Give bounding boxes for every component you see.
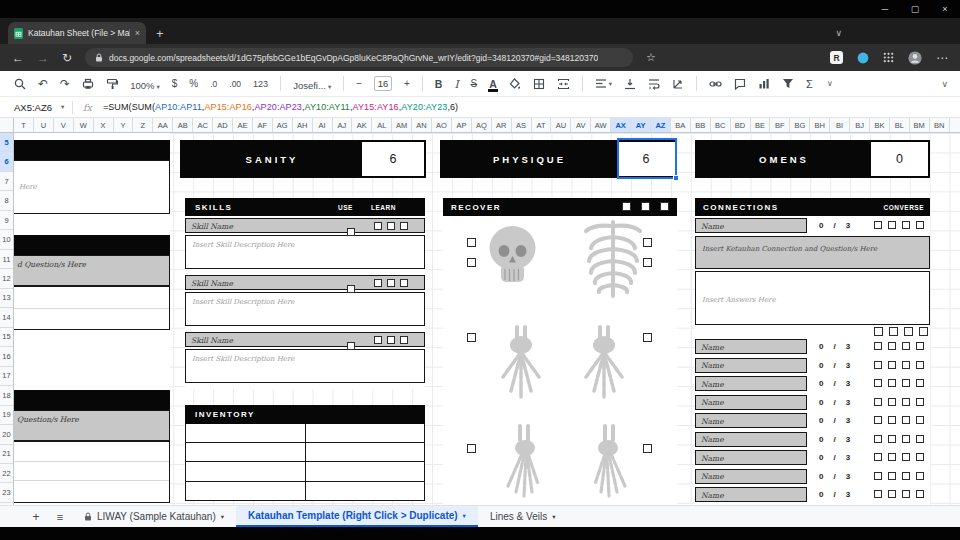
checkbox[interactable]: [641, 202, 650, 211]
fill-color-icon[interactable]: [509, 78, 521, 90]
checkbox[interactable]: [660, 202, 669, 211]
column-header-BK[interactable]: BK: [870, 118, 890, 132]
inventory-cell[interactable]: [306, 424, 425, 442]
connection-name-cell[interactable]: Name: [695, 469, 807, 484]
column-header-AZ[interactable]: AZ: [651, 118, 671, 132]
checkbox[interactable]: [874, 327, 883, 336]
zoom-select[interactable]: 100%: [130, 80, 154, 91]
column-header-BL[interactable]: BL: [890, 118, 910, 132]
checkbox[interactable]: [374, 336, 382, 344]
checkbox[interactable]: [916, 453, 924, 461]
favorites-star-icon[interactable]: ☆: [646, 52, 656, 63]
horizontal-align-icon[interactable]: [595, 78, 607, 89]
skill-name-row[interactable]: Skill Name: [185, 218, 425, 233]
redo-icon[interactable]: ↷: [60, 77, 70, 91]
checkbox[interactable]: [874, 453, 882, 461]
checkbox[interactable]: [888, 361, 896, 369]
column-header-BE[interactable]: BE: [751, 118, 771, 132]
column-header-V[interactable]: V: [54, 118, 74, 132]
column-header-AN[interactable]: AN: [412, 118, 432, 132]
checkbox[interactable]: [874, 416, 882, 424]
row-header-11[interactable]: 11: [0, 250, 13, 269]
inventory-cell[interactable]: [186, 482, 306, 501]
checkbox[interactable]: [400, 222, 408, 230]
checkbox[interactable]: [916, 472, 924, 480]
checkbox[interactable]: [400, 336, 408, 344]
checkbox[interactable]: [874, 472, 882, 480]
checkbox[interactable]: [400, 279, 408, 287]
checkbox[interactable]: [888, 435, 896, 443]
column-header-AT[interactable]: AT: [532, 118, 552, 132]
checkbox[interactable]: [902, 342, 910, 350]
checkbox[interactable]: [902, 490, 910, 498]
checkbox[interactable]: [902, 472, 910, 480]
chevron-down-icon[interactable]: ▾: [221, 513, 224, 521]
column-header-AU[interactable]: AU: [551, 118, 571, 132]
browser-menu-icon[interactable]: ⋯: [936, 52, 948, 64]
spreadsheet-grid[interactable]: Here d Question/s Here Question/s Here S…: [14, 133, 960, 505]
chevron-down-icon[interactable]: ▾: [463, 512, 466, 520]
physique-value[interactable]: 6: [617, 142, 675, 176]
connection-prompt-box[interactable]: Insert Ketauhan Connection and Question/…: [695, 236, 930, 269]
text-wrap-icon[interactable]: [648, 78, 660, 90]
all-sheets-icon[interactable]: ≡: [48, 511, 72, 523]
checkbox[interactable]: [387, 222, 395, 230]
column-header-AY[interactable]: AY: [631, 118, 651, 132]
checkbox[interactable]: [347, 342, 355, 350]
sheet-tab-1[interactable]: LIWAY (Sample Katauhan)▾: [72, 506, 236, 527]
checkbox[interactable]: [916, 416, 924, 424]
sheet-tab-2[interactable]: Katauhan Template (Right Click > Duplica…: [236, 506, 478, 527]
merge-cells-icon[interactable]: [557, 78, 570, 90]
insert-comment-icon[interactable]: [734, 78, 746, 90]
font-size-input[interactable]: 16: [374, 76, 392, 91]
row-header-17[interactable]: 17: [0, 367, 13, 386]
column-header-AP[interactable]: AP: [452, 118, 472, 132]
vertical-align-icon[interactable]: [624, 78, 636, 90]
column-header-BB[interactable]: BB: [691, 118, 711, 132]
checkbox[interactable]: [467, 238, 476, 247]
checkbox[interactable]: [874, 379, 882, 387]
checkbox[interactable]: [902, 435, 910, 443]
sheet-tab-3[interactable]: Lines & Veils▾: [478, 506, 568, 527]
column-header-BF[interactable]: BF: [770, 118, 790, 132]
skill-description-box[interactable]: Insert Skill Description Here: [185, 235, 425, 269]
column-header-AM[interactable]: AM: [392, 118, 412, 132]
column-header-BN[interactable]: BN: [930, 118, 950, 132]
column-header-BJ[interactable]: BJ: [850, 118, 870, 132]
column-header-AV[interactable]: AV: [571, 118, 591, 132]
decrease-decimal-button[interactable]: .0: [210, 79, 217, 89]
checkbox[interactable]: [902, 398, 910, 406]
insert-link-icon[interactable]: [709, 78, 722, 90]
maximize-icon[interactable]: ▢: [900, 0, 930, 18]
row-header-10[interactable]: 10: [0, 230, 13, 249]
skill-description-box[interactable]: Insert Skill Description Here: [185, 349, 425, 383]
refresh-icon[interactable]: ↻: [62, 52, 72, 64]
checkbox[interactable]: [902, 379, 910, 387]
row-header-16[interactable]: 16: [0, 347, 13, 366]
profile-avatar[interactable]: [908, 51, 922, 65]
sanity-value[interactable]: 6: [362, 142, 424, 176]
number-format-button[interactable]: 123: [253, 79, 268, 89]
checkbox[interactable]: [902, 453, 910, 461]
column-header-AC[interactable]: AC: [193, 118, 213, 132]
column-header-AW[interactable]: AW: [591, 118, 611, 132]
add-sheet-button[interactable]: +: [24, 510, 48, 524]
filter-icon[interactable]: [782, 78, 794, 89]
new-tab-button[interactable]: +: [156, 26, 164, 41]
column-header-BH[interactable]: BH: [810, 118, 830, 132]
inventory-cell[interactable]: [306, 462, 425, 480]
checkbox[interactable]: [888, 453, 896, 461]
checkbox[interactable]: [888, 416, 896, 424]
close-icon[interactable]: ×: [930, 0, 960, 18]
connection-name-cell[interactable]: Name: [695, 413, 807, 428]
connection-answers-box[interactable]: Insert Answers Here: [695, 271, 930, 325]
row-header-12[interactable]: 12: [0, 269, 13, 288]
skill-name-row[interactable]: Skill Name: [185, 332, 425, 347]
checkbox[interactable]: [889, 327, 898, 336]
left-panel-box-2[interactable]: d Question/s Here: [14, 255, 170, 286]
search-icon[interactable]: [14, 78, 26, 90]
column-header-BM[interactable]: BM: [910, 118, 930, 132]
column-header-U[interactable]: U: [34, 118, 54, 132]
checkbox[interactable]: [874, 435, 882, 443]
connection-name-cell[interactable]: Name: [695, 358, 807, 373]
